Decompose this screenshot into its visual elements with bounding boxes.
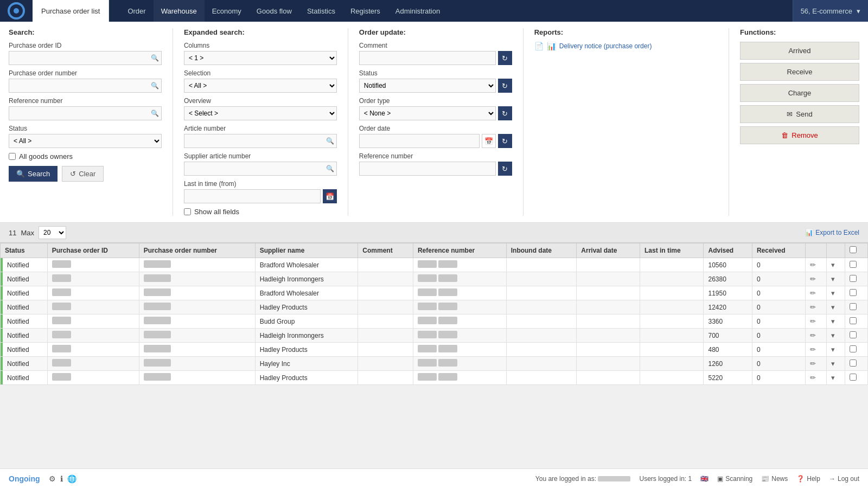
expand-icon[interactable]: ▾: [831, 303, 835, 311]
col-po-id[interactable]: Purchase order ID: [47, 243, 139, 258]
row-checkbox[interactable]: [850, 261, 857, 268]
cell-expand[interactable]: ▾: [827, 357, 845, 371]
article-number-input[interactable]: [184, 134, 337, 148]
cell-checkbox[interactable]: [845, 343, 867, 357]
update-status-select[interactable]: Notified Arrived Received Charged: [359, 79, 496, 93]
cell-edit[interactable]: ✏: [805, 314, 826, 329]
charge-button[interactable]: Charge: [740, 84, 859, 102]
all-goods-owners-checkbox[interactable]: [9, 153, 16, 160]
status-refresh-button[interactable]: ↻: [498, 79, 512, 93]
edit-icon[interactable]: ✏: [810, 303, 816, 311]
col-arrival-date[interactable]: Arrival date: [577, 243, 640, 258]
report-delivery-notice[interactable]: 📄 📊 Delivery notice (purchase order): [534, 42, 718, 50]
overview-select[interactable]: < Select >: [184, 106, 337, 120]
col-status[interactable]: Status: [1, 243, 48, 258]
cell-checkbox[interactable]: [845, 258, 867, 272]
cell-expand[interactable]: ▾: [827, 300, 845, 314]
edit-icon[interactable]: ✏: [810, 317, 816, 325]
receive-button[interactable]: Receive: [740, 63, 859, 81]
cell-edit[interactable]: ✏: [805, 329, 826, 343]
expand-icon[interactable]: ▾: [831, 374, 835, 382]
col-po-number[interactable]: Purchase order number: [139, 243, 255, 258]
edit-icon[interactable]: ✏: [810, 345, 816, 354]
edit-icon[interactable]: ✏: [810, 261, 816, 269]
cell-edit[interactable]: ✏: [805, 357, 826, 371]
col-reference[interactable]: Reference number: [413, 243, 506, 258]
nav-registers[interactable]: Registers: [343, 0, 388, 22]
comment-refresh-button[interactable]: ↻: [498, 51, 512, 65]
col-inbound-date[interactable]: Inbound date: [506, 243, 577, 258]
cell-expand[interactable]: ▾: [827, 258, 845, 272]
edit-icon[interactable]: ✏: [810, 331, 816, 339]
search-button[interactable]: 🔍 Search: [9, 166, 58, 182]
nav-warehouse[interactable]: Warehouse: [154, 0, 205, 22]
cell-checkbox[interactable]: [845, 300, 867, 314]
row-checkbox[interactable]: [850, 331, 857, 338]
expand-icon[interactable]: ▾: [831, 261, 835, 269]
col-supplier[interactable]: Supplier name: [255, 243, 358, 258]
select-all-checkbox[interactable]: [850, 246, 857, 253]
col-last-in-time[interactable]: Last in time: [640, 243, 704, 258]
cell-edit[interactable]: ✏: [805, 343, 826, 357]
order-type-select[interactable]: < None >: [359, 106, 496, 120]
status-select[interactable]: < All > Notified Arrived Received Charge…: [9, 134, 162, 148]
expand-icon[interactable]: ▾: [831, 331, 835, 339]
cell-edit[interactable]: ✏: [805, 300, 826, 314]
edit-icon[interactable]: ✏: [810, 275, 816, 283]
row-checkbox[interactable]: [850, 289, 857, 296]
expand-icon[interactable]: ▾: [831, 317, 835, 325]
nav-economy[interactable]: Economy: [205, 0, 249, 22]
order-date-refresh-button[interactable]: ↻: [498, 134, 512, 148]
columns-select[interactable]: < 1 >: [184, 51, 337, 65]
calendar-button[interactable]: 📅: [323, 189, 337, 203]
row-checkbox[interactable]: [850, 345, 857, 352]
cell-checkbox[interactable]: [845, 357, 867, 371]
purchase-order-id-input[interactable]: [9, 51, 162, 65]
show-all-fields-checkbox[interactable]: [184, 208, 191, 215]
col-checkbox-all[interactable]: [845, 243, 867, 258]
cell-expand[interactable]: ▾: [827, 343, 845, 357]
row-checkbox[interactable]: [850, 359, 857, 367]
expand-icon[interactable]: ▾: [831, 275, 835, 283]
order-date-input[interactable]: [359, 134, 480, 148]
max-select[interactable]: 10 20 50 100: [39, 226, 66, 239]
last-in-time-input[interactable]: [184, 189, 321, 203]
order-type-refresh-button[interactable]: ↻: [498, 106, 512, 120]
supplier-article-number-input[interactable]: [184, 162, 337, 176]
row-checkbox[interactable]: [850, 275, 857, 282]
cell-edit[interactable]: ✏: [805, 272, 826, 286]
reference-number-input[interactable]: [9, 106, 162, 120]
cell-checkbox[interactable]: [845, 272, 867, 286]
nav-statistics[interactable]: Statistics: [299, 0, 343, 22]
reference-refresh-button[interactable]: ↻: [498, 162, 512, 176]
comment-input[interactable]: [359, 51, 496, 65]
cell-expand[interactable]: ▾: [827, 272, 845, 286]
cell-expand[interactable]: ▾: [827, 314, 845, 329]
col-received[interactable]: Received: [752, 243, 805, 258]
cell-edit[interactable]: ✏: [805, 258, 826, 272]
send-button[interactable]: ✉ Send: [740, 105, 859, 123]
edit-icon[interactable]: ✏: [810, 374, 816, 382]
cell-edit[interactable]: ✏: [805, 371, 826, 385]
nav-order[interactable]: Order: [120, 0, 153, 22]
row-checkbox[interactable]: [850, 317, 857, 324]
cell-checkbox[interactable]: [845, 371, 867, 385]
edit-icon[interactable]: ✏: [810, 359, 816, 368]
purchase-order-number-input[interactable]: [9, 79, 162, 93]
clear-button[interactable]: ↺ Clear: [62, 166, 104, 182]
update-reference-input[interactable]: [359, 162, 496, 176]
order-date-calendar-button[interactable]: 📅: [482, 134, 496, 148]
cell-expand[interactable]: ▾: [827, 371, 845, 385]
cell-checkbox[interactable]: [845, 314, 867, 329]
cell-expand[interactable]: ▾: [827, 329, 845, 343]
expand-icon[interactable]: ▾: [831, 359, 835, 368]
col-advised[interactable]: Advised: [704, 243, 752, 258]
nav-goods-flow[interactable]: Goods flow: [249, 0, 299, 22]
row-checkbox[interactable]: [850, 374, 857, 381]
active-tab[interactable]: Purchase order list: [33, 0, 109, 22]
edit-icon[interactable]: ✏: [810, 289, 816, 297]
cell-checkbox[interactable]: [845, 286, 867, 300]
nav-administration[interactable]: Administration: [388, 0, 448, 22]
expand-icon[interactable]: ▾: [831, 289, 835, 297]
cell-expand[interactable]: ▾: [827, 286, 845, 300]
